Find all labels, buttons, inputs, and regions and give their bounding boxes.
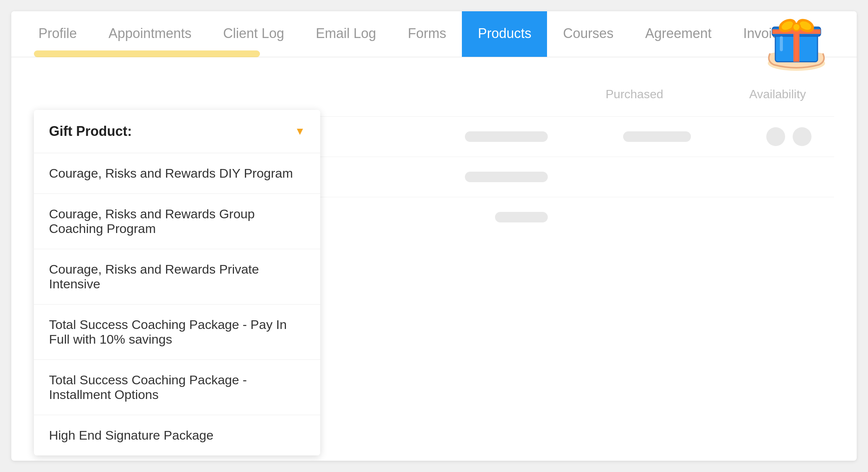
- tab-profile[interactable]: Profile: [23, 11, 93, 57]
- page-container: Profile Appointments Client Log Email Lo…: [11, 11, 857, 461]
- dropdown-item-4[interactable]: Total Success Coaching Package - Install…: [34, 360, 320, 415]
- dropdown-item-0[interactable]: Courage, Risks and Rewards DIY Program: [34, 153, 320, 194]
- dropdown-item-3[interactable]: Total Success Coaching Package - Pay In …: [34, 305, 320, 360]
- tab-courses[interactable]: Courses: [547, 11, 629, 57]
- dropdown-header-label: Gift Product:: [49, 123, 132, 139]
- dropdown-header[interactable]: Gift Product: ▼: [34, 110, 320, 153]
- action-btn-2: [793, 127, 811, 146]
- dropdown-item-2[interactable]: Courage, Risks and Rewards Private Inten…: [34, 249, 320, 305]
- row-purchased-placeholder: [465, 131, 548, 142]
- main-content: Purchased Availability: [11, 57, 857, 95]
- col-header-availability: Availability: [744, 87, 811, 101]
- tab-client-log[interactable]: Client Log: [207, 11, 300, 57]
- gift-icon: [759, 11, 834, 72]
- tab-products[interactable]: Products: [462, 11, 547, 57]
- table-header-row: Purchased Availability: [34, 76, 834, 113]
- svg-rect-13: [780, 36, 783, 51]
- col-header-purchased: Purchased: [601, 87, 668, 101]
- bottom-progress-bar: [34, 50, 260, 57]
- row-actions: [766, 127, 811, 146]
- tab-agreement[interactable]: Agreement: [630, 11, 727, 57]
- tab-email-log[interactable]: Email Log: [300, 11, 392, 57]
- dropdown-item-5[interactable]: High End Signature Package: [34, 415, 320, 455]
- tab-appointments[interactable]: Appointments: [93, 11, 207, 57]
- row-availability-placeholder: [623, 131, 691, 142]
- row-purchased-placeholder: [495, 212, 548, 222]
- action-btn-1: [766, 127, 785, 146]
- gift-product-dropdown[interactable]: Gift Product: ▼ Courage, Risks and Rewar…: [34, 110, 320, 455]
- svg-point-12: [793, 24, 799, 30]
- gift-icon-container: [759, 11, 834, 72]
- row-purchased-placeholder: [465, 172, 548, 182]
- background-table: Purchased Availability: [34, 76, 834, 95]
- tab-forms[interactable]: Forms: [392, 11, 462, 57]
- dropdown-arrow-icon[interactable]: ▼: [295, 125, 305, 137]
- dropdown-item-1[interactable]: Courage, Risks and Rewards Group Coachin…: [34, 194, 320, 249]
